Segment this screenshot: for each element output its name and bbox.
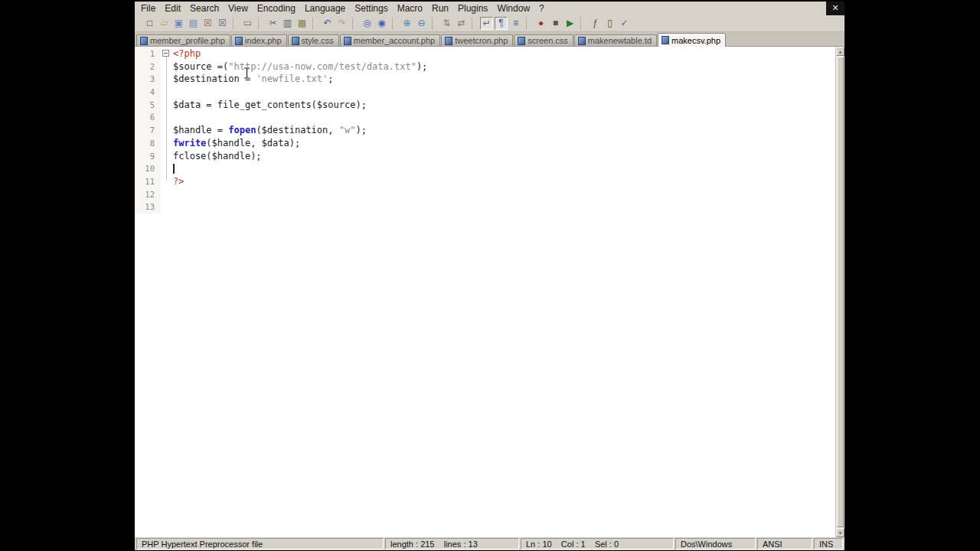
sync-vertical-scrolling-icon[interactable]: ⇅ [440, 17, 453, 30]
window-close-icon[interactable]: ✕ [826, 2, 844, 15]
code-line-1[interactable]: 1<?php [135, 47, 835, 60]
copy-icon[interactable]: ▥ [281, 17, 294, 30]
tab-label: index.php [245, 36, 282, 45]
tab-member-profile-php[interactable]: member_profile.php [136, 34, 230, 46]
tab-label: member_profile.php [150, 36, 225, 45]
play-macro-icon[interactable]: ▶ [564, 17, 577, 30]
code-line-7[interactable]: 7$handle = fopen($destination, "w"); [135, 124, 835, 137]
sync-horizontal-scrolling-icon[interactable]: ⇄ [455, 17, 468, 30]
menu-item-encoding[interactable]: Encoding [253, 2, 300, 15]
caret [173, 164, 175, 174]
toolbar: □▱▣▤☒☒▭✂▥▦↶↷◎◉⊕⊖⇅⇄↵¶≡●■▶ƒ▯✓ [135, 15, 844, 32]
menu-item-window[interactable]: Window [492, 2, 534, 15]
tab-makecsv-php[interactable]: makecsv.php [658, 33, 726, 47]
line-number: 6 [135, 111, 161, 124]
close-all-documents-icon[interactable]: ☒ [216, 17, 229, 30]
replace-icon[interactable]: ◉ [375, 17, 388, 30]
tab-style-css[interactable]: style.css [288, 34, 339, 46]
tab-screen-css[interactable]: screen.css [514, 34, 573, 46]
toolbar-separator [526, 18, 531, 30]
fold-collapse-icon[interactable] [162, 50, 169, 57]
code-text [172, 111, 173, 124]
print-icon[interactable]: ▭ [241, 17, 254, 30]
code-line-8[interactable]: 8fwrite($handle, $data); [135, 137, 835, 150]
zoom-out-icon[interactable]: ⊖ [415, 17, 428, 30]
line-number: 9 [135, 150, 161, 163]
code-text: $destination = 'newfile.txt'; [172, 73, 334, 86]
toolbar-separator [352, 18, 358, 30]
vertical-scrollbar[interactable]: ▲ ▼ [835, 47, 844, 537]
document-icon [518, 37, 525, 45]
code-line-3[interactable]: 3$destination = 'newfile.txt'; [135, 73, 835, 86]
menu-item-help[interactable]: ? [534, 2, 549, 15]
code-line-10[interactable]: 10 [135, 162, 835, 175]
line-number: 2 [135, 60, 161, 73]
line-number: 7 [135, 124, 161, 137]
tab-makenewtable-td[interactable]: makenewtable.td [574, 34, 657, 46]
fold-margin [161, 201, 172, 214]
document-icon [292, 37, 299, 45]
tab-label: tweetcron.php [455, 36, 508, 45]
word-wrap-icon[interactable]: ↵ [480, 17, 493, 30]
code-text: $handle = fopen($destination, "w"); [172, 124, 367, 137]
find-icon[interactable]: ◎ [361, 17, 374, 30]
tab-tweetcron-php[interactable]: tweetcron.php [441, 34, 513, 46]
status-length-lines: length : 215 lines : 13 [385, 538, 519, 549]
menu-items: FileEditSearchViewEncodingLanguageSettin… [135, 2, 549, 15]
document-icon [662, 36, 669, 44]
code-line-13[interactable]: 13 [135, 201, 835, 214]
menu-item-language[interactable]: Language [300, 2, 350, 15]
document-map-icon[interactable]: ▯ [603, 17, 616, 30]
function-list-icon[interactable]: ƒ [589, 17, 602, 30]
scrollbar-thumb[interactable] [837, 57, 844, 527]
menu-item-search[interactable]: Search [185, 2, 224, 15]
scroll-up-icon[interactable]: ▲ [836, 47, 844, 56]
code-line-9[interactable]: 9fclose($handle); [135, 150, 835, 163]
undo-icon[interactable]: ↶ [321, 17, 334, 30]
menu-item-settings[interactable]: Settings [350, 2, 392, 15]
status-insert-mode: INS [814, 538, 843, 549]
notepadpp-window: FileEditSearchViewEncodingLanguageSettin… [135, 2, 844, 550]
menu-item-file[interactable]: File [136, 2, 160, 15]
status-doc-type: PHP Hypertext Preprocessor file [136, 538, 384, 549]
toolbar-separator [233, 18, 238, 30]
code-text: $source =("http://usa-now.com/test/data.… [172, 60, 427, 73]
menu-item-edit[interactable]: Edit [160, 2, 185, 15]
monitoring-icon[interactable]: ✓ [618, 17, 631, 30]
code-line-12[interactable]: 12 [135, 188, 835, 201]
tab-label: member_account.php [354, 36, 435, 45]
code-line-11[interactable]: 11?> [135, 175, 835, 188]
code-pane[interactable]: 1<?php2$source =("http://usa-now.com/tes… [135, 47, 835, 537]
show-all-characters-icon[interactable]: ¶ [495, 17, 508, 30]
menu-item-plugins[interactable]: Plugins [453, 2, 492, 15]
save-icon[interactable]: ▣ [172, 17, 185, 30]
tab-index-php[interactable]: index.php [231, 34, 287, 46]
line-number: 11 [135, 175, 161, 188]
code-line-5[interactable]: 5$data = file_get_contents($source); [135, 99, 835, 112]
record-macro-icon[interactable]: ● [534, 17, 547, 30]
menu-item-view[interactable]: View [224, 2, 253, 15]
indent-guide-icon[interactable]: ≡ [509, 17, 522, 30]
tab-label: makecsv.php [671, 36, 720, 45]
code-line-2[interactable]: 2$source =("http://usa-now.com/test/data… [135, 60, 835, 73]
zoom-in-icon[interactable]: ⊕ [400, 17, 413, 30]
menu-item-run[interactable]: Run [427, 2, 453, 15]
tab-bar: member_profile.phpindex.phpstyle.cssmemb… [135, 32, 844, 47]
new-file-icon[interactable]: □ [143, 17, 156, 30]
save-all-icon[interactable]: ▤ [187, 17, 200, 30]
scroll-down-icon[interactable]: ▼ [836, 528, 844, 537]
paste-icon[interactable]: ▦ [296, 17, 309, 30]
stop-macro-icon[interactable]: ■ [549, 17, 562, 30]
line-number: 1 [135, 47, 161, 60]
menu-item-macro[interactable]: Macro [393, 2, 427, 15]
code-text [172, 201, 173, 214]
redo-icon[interactable]: ↷ [335, 17, 348, 30]
code-line-4[interactable]: 4 [135, 86, 835, 99]
code-line-6[interactable]: 6 [135, 111, 835, 124]
open-file-icon[interactable]: ▱ [158, 17, 171, 30]
editor[interactable]: 1<?php2$source =("http://usa-now.com/tes… [135, 47, 844, 537]
tab-member-account-php[interactable]: member_account.php [340, 34, 440, 46]
close-document-icon[interactable]: ☒ [201, 17, 214, 30]
cut-icon[interactable]: ✂ [266, 17, 279, 30]
code-text: fclose($handle); [172, 150, 262, 163]
